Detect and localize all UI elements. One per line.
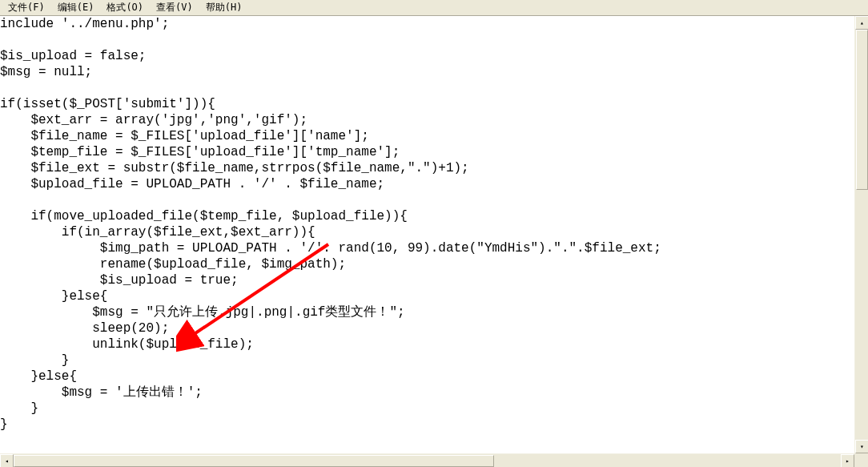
code-line: rename($upload_file, $img_path); [0,257,346,272]
scroll-left-button[interactable]: ◂ [0,454,14,467]
chevron-down-icon: ▾ [860,443,864,450]
code-line: }else{ [0,369,77,384]
code-line: $temp_file = $_FILES['upload_file']['tmp… [0,145,400,159]
menu-help[interactable]: 帮助(H) [199,0,249,16]
code-content[interactable]: include '../menu.php'; $is_upload = fals… [0,16,661,433]
code-line: $msg = null; [0,65,92,79]
code-line: $file_name = $_FILES['upload_file']['nam… [0,129,369,143]
code-line: sleep(20); [0,321,169,336]
chevron-right-icon: ▸ [846,457,850,465]
code-line: $file_ext = substr($file_name,strrpos($f… [0,161,469,175]
vertical-scroll-thumb[interactable] [856,30,868,190]
code-line: } [0,401,38,416]
code-line: $ext_arr = array('jpg','png','gif'); [0,113,307,127]
scroll-up-button[interactable]: ▴ [855,16,868,30]
editor-area[interactable]: include '../menu.php'; $is_upload = fals… [0,16,868,453]
scrollbar-corner [854,453,868,467]
menubar: 文件(F) 编辑(E) 格式(O) 查看(V) 帮助(H) [0,0,868,16]
menu-edit[interactable]: 编辑(E) [51,0,101,16]
menu-file[interactable]: 文件(F) [2,0,51,16]
code-line: if(isset($_POST['submit'])){ [0,97,215,111]
code-line: } [0,353,69,368]
menu-format[interactable]: 格式(O) [100,0,150,16]
code-line: include '../menu.php'; [0,17,169,31]
horizontal-scrollbar[interactable]: ◂ ▸ [0,453,854,467]
code-line: if(move_uploaded_file($temp_file, $uploa… [0,209,408,223]
code-line: $msg = '上传出错！'; [0,385,203,400]
chevron-left-icon: ◂ [5,457,9,465]
code-line: $is_upload = false; [0,49,146,63]
code-line: } [0,417,8,432]
code-line: $msg = "只允许上传.jpg|.png|.gif类型文件！"; [0,305,405,320]
scroll-right-button[interactable]: ▸ [841,454,854,467]
code-line: if(in_array($file_ext,$ext_arr)){ [0,225,315,240]
code-line: $img_path = UPLOAD_PATH . '/'. rand(10, … [0,241,661,256]
menu-view[interactable]: 查看(V) [150,0,199,16]
code-line: $upload_file = UPLOAD_PATH . '/' . $file… [0,177,384,191]
chevron-up-icon: ▴ [860,19,864,26]
horizontal-scroll-thumb[interactable] [14,455,494,467]
code-line: }else{ [0,289,107,304]
code-line: $is_upload = true; [0,273,239,288]
scroll-down-button[interactable]: ▾ [855,440,868,453]
code-line: unlink($upload_file); [0,337,254,352]
vertical-scrollbar[interactable]: ▴ ▾ [854,16,868,453]
